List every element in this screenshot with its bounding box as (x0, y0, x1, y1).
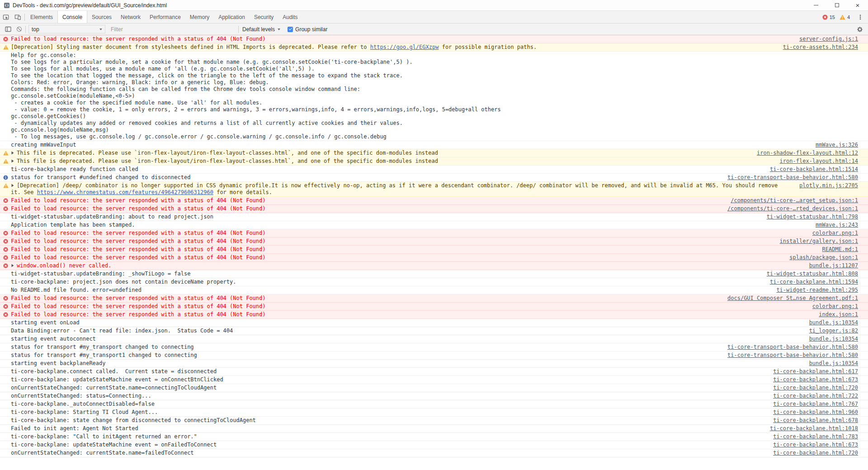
message-text: Data Binding:error - Can't read file: in… (11, 328, 798, 334)
tab-elements[interactable]: Elements (26, 11, 57, 23)
message-line: - To log messages, use gc.console.log / … (11, 133, 858, 140)
source-location-link[interactable]: ti-core-transport-base-behavior.html:580 (727, 174, 858, 181)
expand-triangle-icon[interactable] (11, 184, 14, 187)
source-location-link[interactable]: ti-core-backplane.html:720 (773, 450, 858, 456)
inspect-element-icon[interactable] (0, 11, 12, 23)
expand-triangle-icon[interactable] (11, 151, 14, 155)
source-location-link[interactable]: ti-core-backplane.html:960 (773, 409, 858, 416)
source-location-link[interactable]: server-config.js:1 (799, 36, 858, 43)
source-location-link[interactable]: iron-shadow-flex-layout.html:12 (757, 150, 858, 157)
group-similar-checkbox[interactable]: Group similar (288, 26, 327, 33)
source-location-link[interactable]: installer/gallery.json:1 (780, 238, 858, 245)
message-link[interactable]: https://www.chromestatus.com/features/49… (37, 189, 213, 195)
console-message-warning: This file is deprecated. Please use `iro… (0, 157, 868, 166)
source-location-link[interactable]: README.md:1 (822, 246, 858, 253)
console-message-log: Help for gc.console:To see logs for a pa… (0, 52, 868, 141)
context-selector[interactable]: top (28, 25, 105, 33)
source-location-link[interactable]: ti-core-backplane.html:673 (773, 376, 858, 383)
source-location-link[interactable]: mmWave.js:243 (816, 222, 858, 228)
source-location-link[interactable]: ti-core-backplane.html:617 (773, 368, 858, 375)
source-location-link[interactable]: bundle.js:11207 (809, 262, 858, 269)
minimize-button[interactable] (806, 0, 826, 10)
tabbar-right: 15 4 (822, 11, 868, 23)
device-toolbar-icon[interactable] (12, 11, 24, 23)
source-location-link[interactable]: ti_logger.js:82 (809, 328, 858, 334)
maximize-button[interactable] (826, 0, 847, 10)
source-location-link[interactable]: colorbar.png:1 (812, 303, 858, 310)
source-location-link[interactable]: ti-core-backplane.html:783 (773, 433, 858, 440)
tab-performance[interactable]: Performance (145, 11, 185, 23)
console-message-log: ti-core-backplane: project.json does not… (0, 278, 868, 286)
minimize-icon (814, 5, 818, 5)
source-location-link[interactable]: ti-core-assets.html:234 (783, 44, 858, 51)
source-location-link[interactable]: bundle.js:10354 (809, 360, 858, 367)
message-text: status for transport #my_transport chang… (11, 344, 717, 351)
source-location-link[interactable]: bundle.js:10354 (809, 336, 858, 342)
close-button[interactable]: × (847, 0, 868, 10)
source-location-link[interactable]: index.json:1 (819, 311, 858, 318)
console-message-error: Failed to load resource: the server resp… (0, 197, 868, 205)
warning-icon (3, 151, 9, 156)
main-menu-icon[interactable] (854, 14, 866, 20)
console-message-log: ti-widget-statusbar.updateBranding: abou… (0, 213, 868, 221)
clear-console-icon[interactable] (14, 24, 24, 35)
error-icon (3, 37, 8, 42)
tab-console[interactable]: Console (57, 11, 87, 23)
console-message-log: ti-core-backplane ready function calledt… (0, 166, 868, 174)
message-text: starting event onLoad (11, 319, 798, 326)
message-text: No README.md file found. error=undefined (11, 287, 765, 294)
message-text: Failed to load resource: the server resp… (11, 238, 769, 245)
source-location-link[interactable]: ti-core-backplane.html:767 (773, 401, 858, 408)
console-message-log: ti-core-backplane: updateStateMachine ev… (0, 376, 868, 384)
expand-triangle-icon[interactable] (11, 264, 14, 267)
source-location-link[interactable]: ti-core-transport-base-behavior.html:580 (727, 344, 858, 351)
tab-audits[interactable]: Audits (278, 11, 302, 23)
console-settings-icon[interactable] (854, 24, 865, 35)
source-location-link[interactable]: ti-core-backplane.html:720 (773, 385, 858, 391)
tab-application[interactable]: Application (214, 11, 250, 23)
console-sidebar-icon[interactable] (3, 24, 14, 35)
message-link[interactable]: https://goo.gl/EGXzpw (370, 44, 439, 50)
source-location-link[interactable]: ti-core-backplane.html:673 (773, 442, 858, 448)
source-location-link[interactable]: ti-core-transport-base-behavior.html:580 (727, 352, 858, 359)
log-level-selector[interactable]: Default levels (240, 26, 283, 33)
source-location-link[interactable]: ti-widget-readme.html:295 (776, 287, 858, 294)
warning-count-badge[interactable]: 4 (840, 14, 850, 20)
source-location-link[interactable]: ti-widget-statusbar.html:808 (767, 271, 858, 277)
source-location-link[interactable]: mmWave.js:326 (816, 142, 858, 148)
message-line: - creates a cookie for the specified mod… (11, 100, 858, 106)
source-location-link[interactable]: ti-core-backplane.html:1018 (770, 425, 858, 432)
source-location-link[interactable]: /components/ti-core-…arget_setup.json:1 (731, 197, 858, 204)
tab-memory[interactable]: Memory (185, 11, 214, 23)
slashed-circle-icon (17, 27, 22, 32)
expand-triangle-icon[interactable] (11, 159, 14, 163)
warning-icon (3, 159, 9, 164)
console-message-log: ti-widget-statusbar.updateBranding: _sho… (0, 270, 868, 278)
context-selector-value: top (32, 26, 39, 33)
source-location-link[interactable]: ti-core-backplane.html:722 (773, 393, 858, 399)
source-location-link[interactable]: /components/ti-core-…rted_devices.json:1 (727, 205, 858, 212)
message-text: Failed to load resource: the server resp… (11, 36, 788, 43)
filter-input[interactable] (111, 26, 237, 33)
group-similar-label: Group similar (295, 26, 327, 33)
source-location-link[interactable]: plotly.min.js:2705 (799, 182, 858, 189)
chevron-down-icon (278, 28, 280, 30)
source-location-link[interactable]: ti-widget-statusbar.html:798 (767, 214, 858, 220)
console-message-error: Failed to load resource: the server resp… (0, 303, 868, 311)
source-location-link[interactable]: iron-flex-layout.html:14 (780, 158, 858, 165)
source-location-link[interactable]: colorbar.png:1 (812, 230, 858, 237)
console-toolbar: top Default levels Group similar (0, 24, 868, 35)
checkbox-checked-icon[interactable] (288, 27, 293, 32)
message-text: ti-core-backplane: updateStateMachine ev… (11, 442, 762, 448)
tab-security[interactable]: Security (250, 11, 278, 23)
error-count-badge[interactable]: 15 (822, 14, 835, 20)
tab-network[interactable]: Network (116, 11, 145, 23)
source-location-link[interactable]: docs/GUI Composer St…nse Agreement.pdf:1 (727, 295, 858, 302)
tab-sources[interactable]: Sources (87, 11, 116, 23)
error-icon (3, 304, 8, 309)
source-location-link[interactable]: ti-core-backplane.html:1594 (770, 279, 858, 285)
source-location-link[interactable]: ti-core-backplane.html:1514 (770, 166, 858, 173)
source-location-link[interactable]: splash/package.json:1 (789, 254, 858, 261)
source-location-link[interactable]: bundle.js:10354 (809, 319, 858, 326)
source-location-link[interactable]: ti-core-backplane.html:678 (773, 417, 858, 424)
